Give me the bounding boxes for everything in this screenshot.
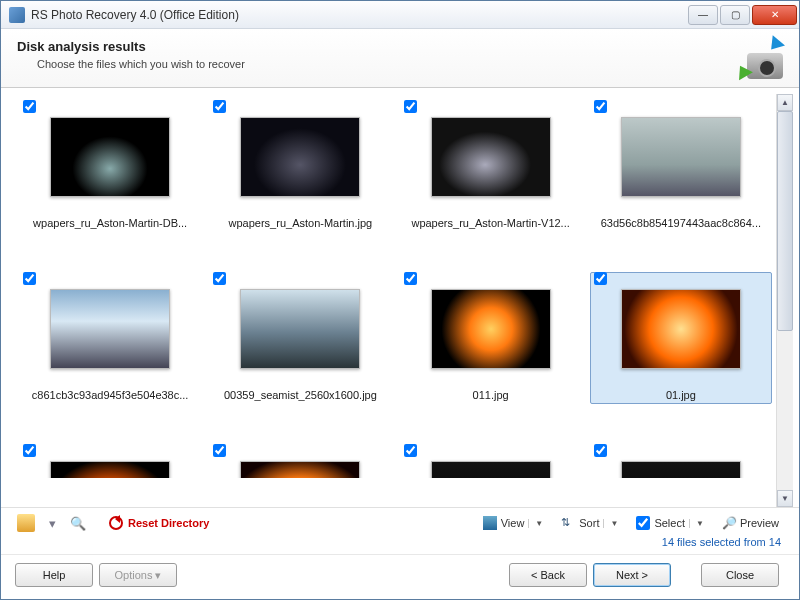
select-menu[interactable]: Select▼ <box>632 514 708 532</box>
toolbar: ▾ 🔍 Reset Directory View▼ ⇅ Sort▼ Select… <box>1 507 799 534</box>
vertical-scrollbar[interactable]: ▲ ▼ <box>776 94 793 507</box>
close-button[interactable]: Close <box>701 563 779 587</box>
file-checkbox[interactable] <box>404 272 417 285</box>
file-item[interactable] <box>15 438 205 478</box>
help-button[interactable]: Help <box>15 563 93 587</box>
file-checkbox[interactable] <box>594 444 607 457</box>
file-item[interactable]: 00359_seamist_2560x1600.jpg <box>205 266 395 438</box>
sort-menu[interactable]: ⇅ Sort▼ <box>557 514 622 532</box>
wizard-header: Disk analysis results Choose the files w… <box>1 29 799 88</box>
file-checkbox[interactable] <box>213 444 226 457</box>
app-icon <box>9 7 25 23</box>
file-checkbox[interactable] <box>213 100 226 113</box>
file-thumbnail[interactable] <box>240 289 360 369</box>
file-name: 011.jpg <box>405 375 577 401</box>
file-thumbnail[interactable] <box>621 461 741 478</box>
file-name: c861cb3c93ad945f3e504e38c... <box>24 375 196 401</box>
window-title: RS Photo Recovery 4.0 (Office Edition) <box>31 8 686 22</box>
file-thumbnail[interactable] <box>50 289 170 369</box>
product-logo <box>735 39 783 79</box>
file-name: 00359_seamist_2560x1600.jpg <box>214 375 386 401</box>
scroll-down-button[interactable]: ▼ <box>777 490 793 507</box>
maximize-button[interactable]: ▢ <box>720 5 750 25</box>
file-item[interactable]: c861cb3c93ad945f3e504e38c... <box>15 266 205 438</box>
file-item[interactable] <box>586 438 776 478</box>
sort-icon: ⇅ <box>561 516 575 530</box>
chevron-down-icon: ▼ <box>689 519 704 528</box>
file-checkbox[interactable] <box>23 444 36 457</box>
app-window: RS Photo Recovery 4.0 (Office Edition) —… <box>0 0 800 600</box>
page-title: Disk analysis results <box>17 39 735 54</box>
thumbnail-grid: wpapers_ru_Aston-Martin-DB...wpapers_ru_… <box>15 94 776 507</box>
file-item[interactable]: 63d56c8b854197443aac8c864... <box>586 94 776 266</box>
file-checkbox[interactable] <box>594 272 607 285</box>
next-button[interactable]: Next > <box>593 563 671 587</box>
file-checkbox[interactable] <box>404 444 417 457</box>
file-item[interactable]: 01.jpg <box>586 266 776 438</box>
close-window-button[interactable]: ✕ <box>752 5 797 25</box>
search-icon[interactable]: 🔍 <box>69 514 87 532</box>
file-name: wpapers_ru_Aston-Martin-DB... <box>24 203 196 229</box>
page-subtitle: Choose the files which you wish to recov… <box>17 58 735 70</box>
reset-icon <box>109 516 123 530</box>
reset-label: Reset Directory <box>128 517 209 529</box>
file-item[interactable]: wpapers_ru_Aston-Martin-DB... <box>15 94 205 266</box>
select-all-checkbox[interactable] <box>636 516 650 530</box>
chevron-down-icon: ▼ <box>528 519 543 528</box>
file-thumbnail[interactable] <box>240 117 360 197</box>
file-item[interactable]: 011.jpg <box>396 266 586 438</box>
wizard-footer: Help Options ▾ < Back Next > Close <box>1 554 799 599</box>
file-item[interactable]: wpapers_ru_Aston-Martin.jpg <box>205 94 395 266</box>
filter-folder-icon[interactable] <box>17 514 35 532</box>
file-thumbnail[interactable] <box>621 289 741 369</box>
scroll-up-button[interactable]: ▲ <box>777 94 793 111</box>
view-icon <box>483 516 497 530</box>
minimize-button[interactable]: — <box>688 5 718 25</box>
preview-button[interactable]: 🔎 Preview <box>718 514 783 532</box>
file-name: 63d56c8b854197443aac8c864... <box>595 203 767 229</box>
file-checkbox[interactable] <box>594 100 607 113</box>
scroll-thumb[interactable] <box>777 111 793 331</box>
back-button[interactable]: < Back <box>509 563 587 587</box>
reset-directory-button[interactable]: Reset Directory <box>109 516 209 530</box>
file-thumbnail[interactable] <box>431 461 551 478</box>
file-checkbox[interactable] <box>23 100 36 113</box>
file-thumbnail[interactable] <box>50 117 170 197</box>
file-item[interactable]: wpapers_ru_Aston-Martin-V12... <box>396 94 586 266</box>
file-thumbnail[interactable] <box>621 117 741 197</box>
file-checkbox[interactable] <box>404 100 417 113</box>
preview-icon: 🔎 <box>722 516 736 530</box>
options-button[interactable]: Options ▾ <box>99 563 177 587</box>
file-thumbnail[interactable] <box>50 461 170 478</box>
file-thumbnail[interactable] <box>431 289 551 369</box>
chevron-down-icon: ▼ <box>603 519 618 528</box>
file-name: wpapers_ru_Aston-Martin.jpg <box>214 203 386 229</box>
file-name: 01.jpg <box>595 375 767 401</box>
file-item[interactable] <box>396 438 586 478</box>
filter-funnel-icon[interactable]: ▾ <box>43 514 61 532</box>
file-thumbnail[interactable] <box>431 117 551 197</box>
view-menu[interactable]: View▼ <box>479 514 548 532</box>
file-checkbox[interactable] <box>213 272 226 285</box>
results-area: wpapers_ru_Aston-Martin-DB...wpapers_ru_… <box>1 88 799 507</box>
file-name: wpapers_ru_Aston-Martin-V12... <box>405 203 577 229</box>
status-text: 14 files selected from 14 <box>1 534 799 554</box>
file-checkbox[interactable] <box>23 272 36 285</box>
titlebar[interactable]: RS Photo Recovery 4.0 (Office Edition) —… <box>1 1 799 29</box>
file-item[interactable] <box>205 438 395 478</box>
file-thumbnail[interactable] <box>240 461 360 478</box>
